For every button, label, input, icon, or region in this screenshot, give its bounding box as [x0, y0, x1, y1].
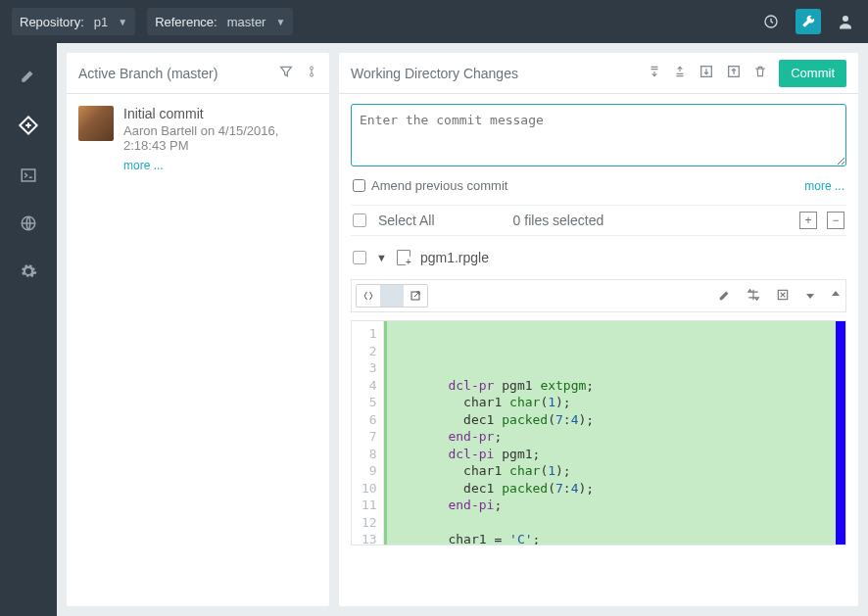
filter-icon[interactable] [278, 64, 294, 82]
history-icon[interactable] [760, 11, 782, 32]
chevron-down-icon[interactable]: ▼ [376, 252, 387, 263]
commit-subject: Initial commit [123, 106, 317, 121]
stash-push-icon[interactable] [726, 64, 742, 82]
branch-panel: Active Branch (master) Initial commit Aa… [67, 53, 329, 606]
branch-panel-header: Active Branch (master) [67, 53, 329, 94]
git-icon[interactable] [18, 115, 39, 139]
globe-icon[interactable] [20, 214, 37, 235]
diff-view-external[interactable] [404, 285, 427, 307]
edit-icon[interactable] [20, 67, 37, 87]
repo-value: p1 [90, 15, 112, 29]
stage-down-icon[interactable] [648, 64, 661, 82]
changes-panel: Working Directory Changes Commit Amend p… [339, 53, 858, 606]
amend-row: Amend previous commit more ... [351, 174, 846, 197]
repo-label: Repository: [20, 15, 84, 29]
svg-point-4 [311, 67, 313, 70]
gear-icon[interactable] [20, 262, 37, 283]
commit-button[interactable]: Commit [779, 60, 846, 87]
diff-view-toggle [356, 284, 428, 308]
amend-checkbox[interactable] [353, 179, 365, 192]
content-area: Active Branch (master) Initial commit Aa… [57, 43, 868, 616]
svg-point-5 [311, 73, 313, 76]
branch-panel-title: Active Branch (master) [78, 66, 268, 81]
topbar-actions [760, 9, 856, 34]
diff-view-unified[interactable] [380, 285, 404, 307]
commit-more-link[interactable]: more ... [123, 159, 164, 172]
avatar [78, 106, 114, 141]
reference-value: master [223, 15, 270, 29]
branch-icon[interactable] [306, 64, 317, 82]
trash-icon[interactable] [753, 64, 767, 82]
reference-label: Reference: [155, 15, 217, 29]
topbar: Repository: p1 ▼ Reference: master ▼ [0, 0, 868, 43]
left-nav [0, 43, 57, 616]
changes-body: Amend previous commit more ... Select Al… [339, 94, 858, 555]
svg-rect-2 [22, 169, 35, 181]
diff-viewer: 12345678910111213 dcl-pr pgm1 extpgm; ch… [351, 320, 846, 545]
file-row[interactable]: ▼ pgm1.rpgle [351, 244, 846, 271]
code-content[interactable]: dcl-pr pgm1 extpgm; char1 char(1); dec1 … [384, 321, 845, 545]
diff-view-inline[interactable] [357, 285, 380, 307]
next-diff-icon[interactable] [804, 288, 816, 305]
prev-diff-icon[interactable] [830, 288, 842, 305]
scrollbar[interactable] [836, 321, 845, 545]
line-gutter: 12345678910111213 [352, 321, 384, 545]
wrap-icon[interactable] [775, 288, 791, 305]
main-container: Active Branch (master) Initial commit Aa… [0, 43, 868, 616]
changes-panel-title: Working Directory Changes [351, 66, 638, 81]
commit-list: Initial commit Aaron Bartell on 4/15/201… [67, 94, 329, 184]
chevron-down-icon: ▼ [275, 17, 285, 27]
stage-up-icon[interactable] [673, 64, 687, 82]
user-icon[interactable] [835, 11, 856, 32]
commit-item[interactable]: Initial commit Aaron Bartell on 4/15/201… [78, 106, 317, 172]
changes-panel-header: Working Directory Changes Commit [339, 53, 858, 94]
select-all-checkbox[interactable] [353, 213, 366, 227]
stash-pop-icon[interactable] [699, 64, 714, 82]
collapse-icon[interactable]: − [827, 212, 844, 229]
edit-diff-icon[interactable] [718, 288, 732, 305]
tools-icon[interactable] [796, 9, 821, 34]
compare-icon[interactable] [746, 288, 761, 305]
select-all-label[interactable]: Select All [378, 213, 435, 228]
commit-message-input[interactable] [351, 104, 846, 166]
commit-meta: Aaron Bartell on 4/15/2016, 2:18:43 PM [123, 123, 317, 153]
amend-label: Amend previous commit [371, 178, 507, 193]
terminal-icon[interactable] [20, 166, 37, 187]
selected-count: 0 files selected [513, 213, 604, 228]
svg-point-1 [843, 16, 848, 22]
file-name: pgm1.rpgle [420, 250, 489, 265]
diff-toolbar [351, 279, 846, 312]
repo-selector[interactable]: Repository: p1 ▼ [12, 8, 135, 35]
changes-more-link[interactable]: more ... [804, 179, 844, 193]
new-file-icon [397, 250, 410, 265]
expand-icon[interactable]: + [799, 212, 817, 229]
select-all-row: Select All 0 files selected + − [351, 205, 846, 236]
chevron-down-icon: ▼ [118, 17, 127, 27]
file-checkbox[interactable] [353, 251, 366, 264]
reference-selector[interactable]: Reference: master ▼ [147, 8, 293, 35]
